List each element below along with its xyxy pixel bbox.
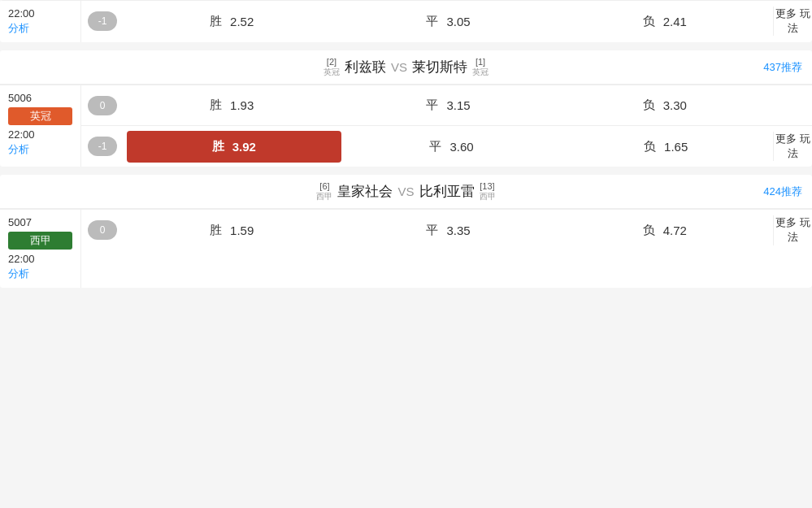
odds-row-0-1: -1 胜 3.92 平 3.60 负 1.65 更多 玩法 [81, 126, 812, 167]
draw-label-0-1: 平 [429, 139, 441, 154]
win-label-0-0: 胜 [210, 98, 222, 113]
analysis-link-0[interactable]: 分析 [8, 142, 72, 157]
odds-section-partial: -1 胜 2.52 平 3.05 负 2.41 更多 玩法 [81, 1, 812, 42]
odds-cell-win-partial[interactable]: 胜 2.52 [124, 6, 340, 37]
vs-label-0: VS [391, 60, 407, 74]
lose-label-1-0: 负 [643, 223, 655, 238]
odds-win-1-0[interactable]: 胜 1.59 [124, 215, 340, 246]
handicap-badge-partial: -1 [88, 11, 117, 31]
lose-label-0-1: 负 [644, 139, 656, 154]
odds-cells-1-0: 胜 1.59 平 3.35 负 4.72 [124, 215, 773, 246]
home-league-badge-1: [6] 西甲 [316, 181, 332, 202]
home-league-badge-0: [2] 英冠 [323, 57, 340, 77]
match-header-0: [2] 英冠 利兹联 VS 莱切斯特 [1] 英冠 437推荐 [0, 50, 812, 85]
draw-label-1-0: 平 [426, 223, 438, 238]
odds-cells-0-0: 胜 1.93 平 3.15 负 3.30 [124, 89, 773, 121]
lose-odds-partial: 2.41 [663, 15, 687, 28]
win-label-0-1: 胜 [212, 139, 224, 154]
odds-cell-lose-partial[interactable]: 负 2.41 [557, 6, 773, 37]
draw-odds-0-1: 3.60 [449, 140, 473, 154]
odds-win-0-1[interactable]: 胜 3.92 [127, 131, 341, 163]
lose-odds-0-1: 1.65 [664, 140, 688, 154]
recommend-btn-1[interactable]: 424推荐 [763, 185, 802, 199]
lose-label-0-0: 负 [643, 98, 655, 113]
match-header-1: [6] 西甲 皇家社会 VS 比利亚雷 [13] 西甲 424推荐 [0, 175, 812, 209]
odds-lose-0-1[interactable]: 负 1.65 [558, 131, 773, 163]
league-tag-0: 英冠 [8, 107, 72, 125]
recommend-btn-0[interactable]: 437推荐 [763, 60, 802, 75]
matches-container: [2] 英冠 利兹联 VS 莱切斯特 [1] 英冠 437推荐 5006 英冠 … [0, 50, 812, 288]
away-league-small-0: 英冠 [472, 67, 489, 77]
match-title-0: [2] 英冠 利兹联 VS 莱切斯特 [1] 英冠 [323, 57, 489, 77]
odds-cells-0-1: 胜 3.92 平 3.60 负 1.65 [124, 128, 773, 166]
lose-odds-0-0: 3.30 [663, 98, 687, 112]
analysis-link-partial[interactable]: 分析 [8, 21, 72, 36]
away-rank-0: [1] [475, 57, 485, 67]
match-row-partial: 22:00 分析 -1 胜 2.52 平 3.05 负 2.41 [0, 0, 812, 42]
odds-row-0-0: 0 胜 1.93 平 3.15 负 3.30 [81, 85, 812, 126]
match-time-1: 22:00 [8, 253, 72, 265]
more-plays-1[interactable]: 更多 玩法 [773, 215, 812, 245]
draw-odds-0-0: 3.15 [446, 98, 470, 112]
handicap-0-1: -1 [88, 137, 117, 156]
match-card-1: [6] 西甲 皇家社会 VS 比利亚雷 [13] 西甲 424推荐 5007 西… [0, 175, 812, 288]
home-league-small-0: 英冠 [323, 67, 340, 77]
more-plays-partial[interactable]: 更多 玩法 [773, 7, 812, 36]
match-body-1: 5007 西甲 22:00 分析 0 胜 1.59 平 3.35 负 4.72 … [0, 209, 812, 288]
match-info-partial: 22:00 分析 [0, 1, 81, 42]
away-league-badge-1: [13] 西甲 [480, 181, 496, 202]
match-info-0: 5006 英冠 22:00 分析 [0, 85, 81, 167]
away-league-small-1: 西甲 [480, 192, 496, 202]
odds-draw-1-0[interactable]: 平 3.35 [340, 215, 556, 246]
home-team-1: 皇家社会 [337, 182, 393, 201]
away-team-0: 莱切斯特 [412, 58, 467, 76]
vs-label-1: VS [397, 185, 414, 198]
odds-win-0-0[interactable]: 胜 1.93 [124, 89, 340, 121]
match-id-0: 5006 [8, 92, 72, 104]
home-rank-1: [6] [319, 181, 329, 192]
draw-label-partial: 平 [426, 14, 438, 29]
odds-cell-draw-partial[interactable]: 平 3.05 [340, 6, 556, 37]
handicap-0-0: 0 [88, 96, 117, 115]
league-tag-1: 西甲 [8, 232, 72, 250]
odds-cells-partial: 胜 2.52 平 3.05 负 2.41 [124, 6, 773, 37]
match-id-1: 5007 [8, 216, 72, 228]
more-plays-0[interactable]: 更多 玩法 [773, 132, 812, 161]
odds-lose-0-0[interactable]: 负 3.30 [557, 89, 773, 121]
match-body-0: 5006 英冠 22:00 分析 0 胜 1.93 平 3.15 负 3.30 … [0, 85, 812, 167]
home-league-small-1: 西甲 [316, 192, 332, 202]
odds-draw-0-1[interactable]: 平 3.60 [345, 131, 559, 163]
win-odds-1-0: 1.59 [230, 224, 254, 237]
lose-label-partial: 负 [643, 14, 655, 29]
lose-odds-1-0: 4.72 [663, 224, 687, 237]
draw-odds-1-0: 3.35 [446, 224, 470, 237]
away-team-1: 比利亚雷 [419, 182, 475, 201]
away-rank-1: [13] [480, 181, 494, 192]
win-label-1-0: 胜 [210, 223, 222, 238]
handicap-1-0: 0 [88, 220, 117, 240]
home-rank-0: [2] [327, 57, 337, 67]
win-odds-0-1: 3.92 [232, 140, 256, 154]
odds-section-1: 0 胜 1.59 平 3.35 负 4.72 更多 玩法 [81, 210, 812, 288]
match-time-partial: 22:00 [8, 7, 72, 20]
odds-lose-1-0[interactable]: 负 4.72 [557, 215, 773, 246]
away-league-badge-0: [1] 英冠 [472, 57, 489, 77]
match-time-0: 22:00 [8, 128, 72, 141]
analysis-link-1[interactable]: 分析 [8, 267, 72, 281]
draw-odds-partial: 3.05 [446, 15, 470, 28]
win-odds-partial: 2.52 [230, 15, 254, 28]
win-label-partial: 胜 [210, 14, 222, 29]
home-team-0: 利兹联 [345, 58, 386, 76]
draw-label-0-0: 平 [426, 98, 438, 113]
win-odds-0-0: 1.93 [230, 98, 254, 112]
match-info-1: 5007 西甲 22:00 分析 [0, 210, 81, 288]
odds-row-1-0: 0 胜 1.59 平 3.35 负 4.72 更多 玩法 [81, 210, 812, 250]
odds-section-0: 0 胜 1.93 平 3.15 负 3.30 -1 胜 3.92 平 3.60 … [81, 85, 812, 167]
match-title-1: [6] 西甲 皇家社会 VS 比利亚雷 [13] 西甲 [316, 181, 495, 202]
odds-draw-0-0[interactable]: 平 3.15 [340, 89, 556, 121]
odds-row-partial: -1 胜 2.52 平 3.05 负 2.41 更多 玩法 [81, 1, 812, 41]
match-card-0: [2] 英冠 利兹联 VS 莱切斯特 [1] 英冠 437推荐 5006 英冠 … [0, 50, 812, 167]
match-card-top-partial: 22:00 分析 -1 胜 2.52 平 3.05 负 2.41 [0, 0, 812, 42]
